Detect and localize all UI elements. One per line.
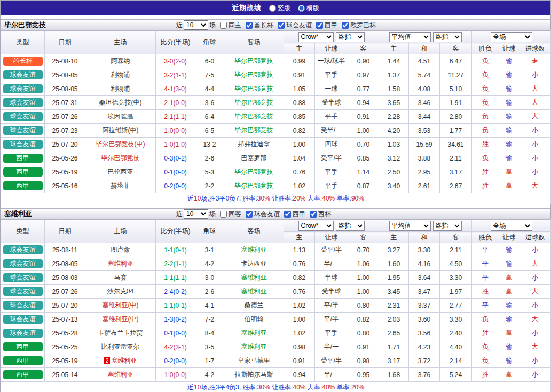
league-filter-checkbox[interactable] — [278, 22, 285, 29]
summary-row: 近10场,胜3平0负7, 胜率:30% 让胜率:20% 大率:40% 单率:90… — [1, 193, 551, 204]
league-filter-checkbox[interactable] — [310, 211, 317, 218]
result-handicap: 输 — [499, 96, 519, 110]
result-handicap: 赢 — [499, 179, 519, 193]
fulltime-select[interactable]: 全场 — [491, 221, 532, 231]
avg-away: 5.10 — [440, 82, 472, 96]
result-handicap: 输 — [499, 243, 519, 257]
bookmaker-select[interactable]: Crow* — [298, 221, 334, 231]
recent-count-select[interactable]: 10 — [184, 20, 208, 30]
avg-home: 3.65 — [379, 96, 409, 110]
average-select[interactable]: 平均值 — [389, 32, 431, 42]
odds-handicap: 平手 — [315, 110, 348, 124]
league-filter[interactable]: 西甲 — [316, 21, 339, 30]
league-cell: 球会友谊 — [1, 257, 45, 271]
corner-score: 6-0 — [195, 54, 224, 68]
league-cell: 球会友谊 — [1, 326, 45, 340]
match-date: 25-07-26 — [45, 285, 85, 299]
result-handicap: 输 — [499, 110, 519, 124]
horizontal-layout-radio[interactable] — [298, 5, 305, 12]
subheader-cell: 主 — [284, 232, 315, 243]
avg-draw: 3.53 — [409, 124, 440, 138]
corner-score: 3-0 — [195, 271, 224, 285]
league-filter-checkbox[interactable] — [246, 22, 253, 29]
league-filter-checkbox[interactable] — [316, 22, 323, 29]
result-wdl: 负 — [472, 151, 499, 165]
away-team-name: 塞维利亚 — [241, 246, 267, 253]
odds-home: 1.02 — [284, 179, 315, 193]
league-badge: 球会友谊 — [3, 259, 43, 268]
fulltime-select[interactable]: 全场 — [491, 32, 532, 42]
summary-segment: 10 — [194, 195, 201, 202]
avg-home: 1.03 — [379, 138, 409, 151]
league-filter[interactable]: 球会友谊 — [278, 21, 313, 30]
league-filter[interactable]: 球会友谊 — [246, 210, 281, 219]
vertical-layout-radio[interactable] — [269, 5, 276, 12]
header-col-corner: 角球 — [195, 31, 224, 54]
result-goals: 大 — [519, 110, 551, 124]
avg-draw: 3.64 — [409, 271, 440, 285]
average-final-select[interactable]: 终指 — [433, 221, 462, 231]
result-goals: 小 — [519, 138, 551, 151]
league-filter[interactable]: 酋长杯 — [246, 21, 274, 30]
layout-option-horizontal[interactable]: 横版 — [298, 4, 319, 13]
avg-home: 3.27 — [379, 243, 409, 257]
league-filter-label: 欧罗巴杯 — [350, 21, 376, 30]
odds-handicap: 平手 — [315, 326, 348, 340]
odds-home: 0.76 — [284, 165, 315, 179]
summary-segment: 近 — [187, 383, 194, 391]
bookmaker-final-select[interactable]: 终指 — [336, 221, 365, 231]
home-team-name: 毕尔巴鄂竞技 — [101, 154, 140, 162]
same-venue-checkbox[interactable] — [220, 22, 227, 29]
same-venue-filter[interactable]: 同客 — [220, 210, 242, 219]
odds-home: 1.13 — [284, 243, 315, 257]
team-section: 塞维利亚近10场同客球会友谊西甲西杯类型日期主场比分(半场)角球客场Crow*终… — [1, 208, 550, 392]
league-filter-checkbox[interactable] — [284, 211, 291, 218]
match-score: 1-1(1-1) — [156, 271, 195, 285]
league-badge: 球会友谊 — [3, 245, 43, 254]
result-goals: 小 — [519, 243, 551, 257]
average-final-select[interactable]: 终指 — [433, 32, 462, 42]
away-team-name: 伯明翰 — [245, 315, 264, 323]
league-filter[interactable]: 欧罗巴杯 — [342, 21, 377, 30]
avg-home: 3.40 — [379, 179, 409, 193]
recent-count-select[interactable]: 10 — [184, 209, 208, 219]
home-team-name: 赫塔菲 — [111, 182, 130, 189]
avg-draw: 3.46 — [409, 96, 440, 110]
odds-away: 0.91 — [348, 110, 379, 124]
layout-option-vertical[interactable]: 竖版 — [269, 4, 290, 13]
home-team: 利物浦 — [85, 82, 156, 96]
match-row: 球会友谊25-08-05利物浦3-2(1-1)7-5毕尔巴鄂竞技0.91平手0.… — [1, 68, 551, 82]
avg-draw: 4.51 — [409, 54, 440, 68]
result-goals: 小 — [519, 68, 551, 82]
league-cell: 球会友谊 — [1, 138, 45, 151]
odds-away: 0.82 — [348, 313, 379, 326]
avg-away: 1.91 — [440, 96, 472, 110]
match-row: 西甲25-05-19巴伦西亚0-1(0-0)5-3毕尔巴鄂竞技0.76平手1.1… — [1, 165, 551, 179]
away-team: 拉斯帕尔马斯 — [224, 368, 284, 382]
summary-segment: 单率: — [335, 383, 351, 391]
avg-away: 2.11 — [440, 151, 472, 165]
match-score: 0-2(0-0) — [156, 354, 195, 368]
odds-handicap: 受半球 — [315, 285, 348, 299]
league-filter-checkbox[interactable] — [246, 211, 253, 218]
subheader-cell: 让球 — [315, 232, 348, 243]
league-filter-checkbox[interactable] — [342, 22, 349, 29]
odds-away: 1.06 — [348, 257, 379, 271]
same-venue-filter[interactable]: 同主 — [220, 21, 242, 30]
match-date: 25-05-16 — [45, 179, 85, 193]
home-team: 塞维利亚(中) — [85, 299, 156, 313]
league-cell: 球会友谊 — [1, 68, 45, 82]
bookmaker-select[interactable]: Crow* — [298, 32, 334, 42]
league-badge: 西甲 — [3, 181, 43, 190]
avg-away: 11.27 — [440, 68, 472, 82]
odds-handicap: 平手 — [315, 68, 348, 82]
same-venue-checkbox[interactable] — [220, 211, 227, 218]
match-date: 25-08-05 — [45, 82, 85, 96]
match-date: 25-07-23 — [45, 124, 85, 138]
match-score: 2-1(1-1) — [156, 110, 195, 124]
average-select[interactable]: 平均值 — [389, 221, 431, 231]
header-col-date: 日期 — [45, 220, 85, 243]
bookmaker-final-select[interactable]: 终指 — [336, 32, 365, 42]
league-filter[interactable]: 西杯 — [310, 210, 332, 219]
league-filter[interactable]: 西甲 — [284, 210, 306, 219]
